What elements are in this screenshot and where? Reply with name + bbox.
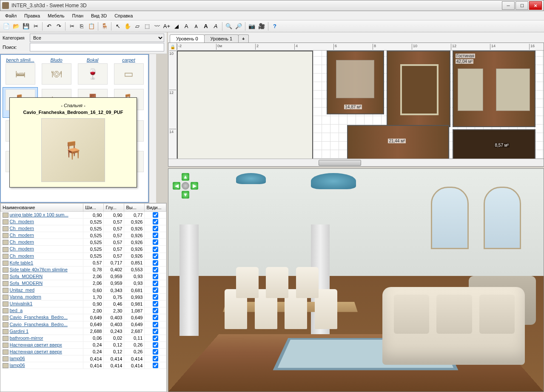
- furniture-name-cell[interactable]: bed_a: [1, 307, 83, 314]
- column-header[interactable]: Наименование: [1, 204, 83, 212]
- catalog-item[interactable]: Bokal🍷: [75, 57, 110, 86]
- furniture[interactable]: [400, 64, 439, 115]
- furniture-catalog[interactable]: bench slimli...🛏Bludo🍽Bokal🍷carpet▭🪑Ca..…: [0, 54, 149, 203]
- wall-icon[interactable]: ▱: [133, 22, 142, 31]
- furniture-name-cell[interactable]: Side table 40x78cm slimline: [1, 266, 83, 273]
- zoom-out-icon[interactable]: 🔎: [234, 22, 243, 31]
- furniture-name-cell[interactable]: lamp06: [1, 362, 83, 369]
- visibility-checkbox[interactable]: [153, 281, 158, 286]
- visibility-checkbox[interactable]: [153, 212, 158, 218]
- column-header[interactable]: Глу...: [104, 204, 124, 212]
- table-row[interactable]: Ch_modern0,5250,570,926: [1, 225, 166, 232]
- visibility-checkbox[interactable]: [153, 349, 158, 355]
- furniture-name-cell[interactable]: Unitaz_med: [1, 287, 83, 294]
- save-icon[interactable]: 💾: [21, 22, 31, 31]
- table-row[interactable]: Ch_modern0,5250,570,926: [1, 232, 166, 239]
- visibility-checkbox[interactable]: [153, 356, 158, 361]
- column-header[interactable]: Види...: [145, 204, 166, 212]
- table-row[interactable]: lamp060,4140,4140,414: [1, 355, 166, 362]
- dimension-icon[interactable]: A+: [162, 22, 171, 31]
- table-row[interactable]: bathroom-mirror0,060,020,11: [1, 335, 166, 341]
- visibility-checkbox[interactable]: [153, 287, 158, 293]
- close-button[interactable]: ✕: [529, 1, 542, 10]
- table-row[interactable]: Gardini 12,6880,2432,687: [1, 328, 166, 335]
- help-icon[interactable]: ?: [270, 22, 279, 31]
- preferences-icon[interactable]: ✂: [31, 22, 40, 31]
- nav-center-button[interactable]: [182, 182, 189, 190]
- minimize-button[interactable]: ─: [502, 1, 515, 10]
- furniture-name-cell[interactable]: Ch_modern: [1, 253, 83, 259]
- ruler-lock-icon[interactable]: 🔒: [168, 43, 177, 51]
- table-row[interactable]: Настенная светит вверх0,240,120,26: [1, 341, 166, 348]
- table-row[interactable]: Ch_modern0,5250,570,926: [1, 239, 166, 246]
- furniture-name-cell[interactable]: Настенная светит вверх: [1, 348, 83, 355]
- plan-scrollbar-h[interactable]: [168, 159, 544, 166]
- furniture[interactable]: [496, 68, 530, 111]
- catalog-scrollbar[interactable]: [149, 54, 156, 203]
- room[interactable]: 21,44 м²: [347, 125, 449, 159]
- tab-level-1[interactable]: Уровень 1: [204, 34, 239, 43]
- room[interactable]: Гостиная 42,04 м²: [453, 51, 535, 127]
- visibility-checkbox[interactable]: [153, 253, 158, 259]
- visibility-checkbox[interactable]: [153, 308, 158, 313]
- nav-up-button[interactable]: ▲: [182, 173, 189, 181]
- catalog-item[interactable]: Bludo🍽: [39, 57, 74, 86]
- open-icon[interactable]: 📂: [11, 22, 21, 31]
- plan-canvas[interactable]: 🔒 -20м246810121416 101214 14,87 м²: [168, 43, 544, 167]
- bold-icon[interactable]: A: [201, 22, 211, 31]
- table-row[interactable]: Vanna_modern1,700,750,993: [1, 294, 166, 301]
- room[interactable]: [387, 51, 450, 127]
- furniture-name-cell[interactable]: Ch_modern: [1, 232, 83, 239]
- table-row[interactable]: Kofe table10,570,7170,851: [1, 259, 166, 266]
- furniture-name-cell[interactable]: Ch_modern: [1, 246, 83, 253]
- furniture-name-cell[interactable]: Sofa_MODERN: [1, 280, 83, 287]
- table-row[interactable]: Ch_modern0,5250,570,926: [1, 219, 166, 225]
- visibility-checkbox[interactable]: [153, 239, 158, 245]
- visibility-checkbox[interactable]: [153, 226, 158, 231]
- furniture-name-cell[interactable]: Gardini 1: [1, 328, 83, 335]
- video-icon[interactable]: 🎥: [257, 22, 266, 31]
- furniture-name-cell[interactable]: Cavio_Francheska_Bedro...: [1, 314, 83, 321]
- redo-icon[interactable]: ↷: [54, 22, 63, 31]
- menu-edit[interactable]: Правка: [21, 12, 43, 19]
- table-row[interactable]: Настенная светит вверх0,240,120,26: [1, 348, 166, 355]
- visibility-checkbox[interactable]: [153, 267, 158, 273]
- furniture-name-cell[interactable]: Umivalnik1: [1, 301, 83, 307]
- menu-plan[interactable]: План: [69, 12, 87, 19]
- furniture-properties-table[interactable]: НаименованиеШи...Глу...Вы...Види... unin…: [0, 203, 167, 392]
- text-icon[interactable]: ◢: [172, 22, 181, 31]
- visibility-checkbox[interactable]: [153, 363, 158, 368]
- room[interactable]: 14,87 м²: [327, 51, 384, 114]
- furniture-name-cell[interactable]: Cavio_Francheska_Bedro...: [1, 321, 83, 328]
- zoom-in-icon[interactable]: 🔍: [224, 22, 234, 31]
- select-icon[interactable]: ↖: [113, 22, 122, 31]
- furniture-name-cell[interactable]: Ch_modern: [1, 239, 83, 246]
- furniture-name-cell[interactable]: Настенная светит вверх: [1, 341, 83, 348]
- nav-right-button[interactable]: ▶: [191, 182, 198, 190]
- furniture-name-cell[interactable]: uning table 100 x 100 sum...: [1, 212, 83, 219]
- furniture-name-cell[interactable]: Ch_modern: [1, 219, 83, 225]
- visibility-checkbox[interactable]: [153, 342, 158, 348]
- visibility-checkbox[interactable]: [153, 233, 158, 238]
- italic-icon[interactable]: A: [211, 22, 220, 31]
- scroll-thumb[interactable]: [319, 160, 361, 166]
- column-header[interactable]: Вы...: [124, 204, 145, 212]
- tab-add-level[interactable]: +: [238, 34, 248, 43]
- visibility-checkbox[interactable]: [153, 294, 158, 300]
- view-3d[interactable]: ▲ ▼ ◀ ▶: [168, 168, 544, 392]
- catalog-item[interactable]: bench slimli...🛏: [3, 57, 38, 86]
- nav-left-button[interactable]: ◀: [173, 182, 180, 190]
- visibility-checkbox[interactable]: [153, 260, 158, 266]
- furniture[interactable]: [458, 68, 483, 111]
- visibility-checkbox[interactable]: [153, 329, 158, 334]
- table-row[interactable]: Side table 40x78cm slimline0,780,4020,55…: [1, 266, 166, 273]
- paste-icon[interactable]: 📋: [87, 22, 96, 31]
- room[interactable]: 8,57 м²: [453, 129, 535, 159]
- table-row[interactable]: Unitaz_med0,600,3430,681: [1, 287, 166, 294]
- visibility-checkbox[interactable]: [153, 301, 158, 307]
- undo-icon[interactable]: ↶: [44, 22, 54, 31]
- furniture-name-cell[interactable]: bathroom-mirror: [1, 335, 83, 341]
- menu-help[interactable]: Справка: [111, 12, 136, 19]
- visibility-checkbox[interactable]: [153, 219, 158, 224]
- text-decrease-icon[interactable]: A: [191, 22, 201, 31]
